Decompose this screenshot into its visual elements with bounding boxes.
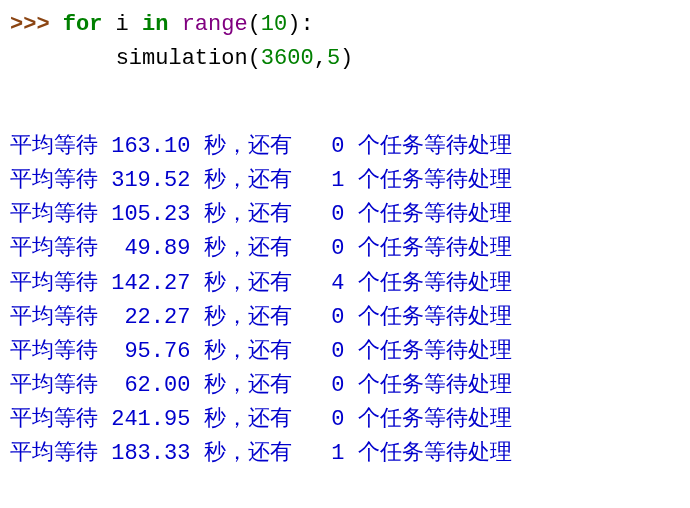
output-block: 平均等待 163.10 秒，还有 0 个任务等待处理平均等待 319.52 秒，…	[10, 130, 680, 471]
range-builtin: range	[168, 12, 247, 37]
arg2: 5	[327, 46, 340, 71]
output-line: 平均等待 319.52 秒，还有 1 个任务等待处理	[10, 164, 680, 198]
colon: :	[300, 12, 313, 37]
indent	[10, 46, 116, 71]
code-line-1: >>> for i in range(10):	[10, 8, 680, 42]
range-arg: 10	[261, 12, 287, 37]
rparen: )	[340, 46, 353, 71]
output-line: 平均等待 241.95 秒，还有 0 个任务等待处理	[10, 403, 680, 437]
arg-sep: ,	[314, 46, 327, 71]
output-line: 平均等待 105.23 秒，还有 0 个任务等待处理	[10, 198, 680, 232]
output-line: 平均等待 142.27 秒，还有 4 个任务等待处理	[10, 267, 680, 301]
repl-prompt: >>>	[10, 12, 63, 37]
loop-var: i	[102, 12, 142, 37]
output-line: 平均等待 183.33 秒，还有 1 个任务等待处理	[10, 437, 680, 471]
output-line: 平均等待 95.76 秒，还有 0 个任务等待处理	[10, 335, 680, 369]
code-block: >>> for i in range(10): simulation(3600,…	[10, 8, 680, 76]
keyword-in: in	[142, 12, 168, 37]
output-line: 平均等待 163.10 秒，还有 0 个任务等待处理	[10, 130, 680, 164]
output-line: 平均等待 49.89 秒，还有 0 个任务等待处理	[10, 232, 680, 266]
lparen: (	[248, 46, 261, 71]
keyword-for: for	[63, 12, 103, 37]
arg1: 3600	[261, 46, 314, 71]
code-line-2: simulation(3600,5)	[10, 42, 680, 76]
rparen: )	[287, 12, 300, 37]
output-line: 平均等待 22.27 秒，还有 0 个任务等待处理	[10, 301, 680, 335]
lparen: (	[248, 12, 261, 37]
function-call: simulation	[116, 46, 248, 71]
output-line: 平均等待 62.00 秒，还有 0 个任务等待处理	[10, 369, 680, 403]
